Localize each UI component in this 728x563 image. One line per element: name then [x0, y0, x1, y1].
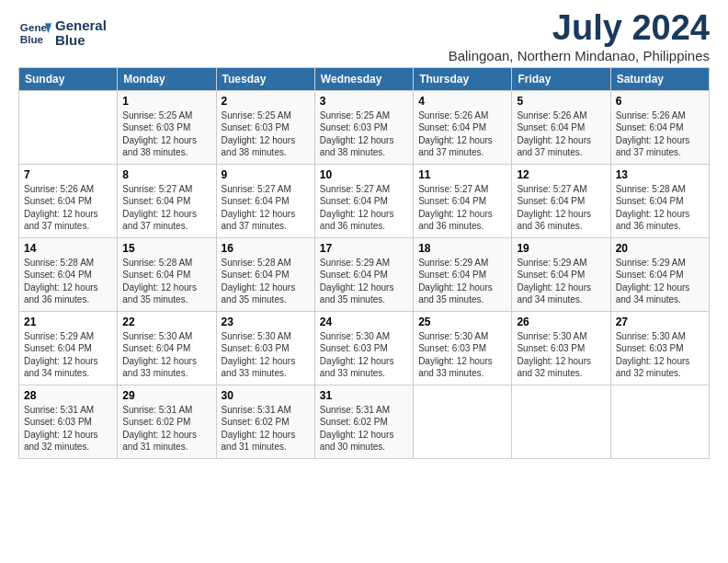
day-header-tuesday: Tuesday — [216, 67, 314, 90]
day-number: 31 — [320, 389, 408, 402]
day-info: Sunrise: 5:28 AM Sunset: 6:04 PM Dayligh… — [24, 257, 112, 306]
day-cell — [19, 90, 118, 164]
day-info: Sunrise: 5:28 AM Sunset: 6:04 PM Dayligh… — [616, 183, 704, 233]
header: General Blue GeneralBlue July 2024 Balin… — [18, 9, 710, 63]
day-cell: 1Sunrise: 5:25 AM Sunset: 6:03 PM Daylig… — [118, 90, 216, 164]
day-info: Sunrise: 5:25 AM Sunset: 6:03 PM Dayligh… — [222, 109, 310, 159]
day-info: Sunrise: 5:29 AM Sunset: 6:04 PM Dayligh… — [616, 257, 704, 306]
day-number: 30 — [222, 389, 310, 402]
day-number: 24 — [320, 316, 408, 328]
day-number: 15 — [122, 242, 210, 255]
month-title: July 2024 — [449, 9, 710, 48]
day-info: Sunrise: 5:26 AM Sunset: 6:04 PM Dayligh… — [418, 109, 506, 159]
day-cell: 14Sunrise: 5:28 AM Sunset: 6:04 PM Dayli… — [19, 237, 118, 311]
day-cell: 23Sunrise: 5:30 AM Sunset: 6:03 PM Dayli… — [216, 311, 314, 385]
day-info: Sunrise: 5:30 AM Sunset: 6:03 PM Dayligh… — [320, 330, 408, 380]
day-info: Sunrise: 5:27 AM Sunset: 6:04 PM Dayligh… — [418, 183, 506, 233]
day-number: 21 — [24, 316, 112, 328]
day-info: Sunrise: 5:25 AM Sunset: 6:03 PM Dayligh… — [320, 109, 408, 159]
week-row-3: 14Sunrise: 5:28 AM Sunset: 6:04 PM Dayli… — [19, 237, 710, 311]
day-number: 19 — [517, 242, 605, 255]
svg-text:Blue: Blue — [20, 33, 44, 45]
day-info: Sunrise: 5:27 AM Sunset: 6:04 PM Dayligh… — [122, 183, 210, 233]
day-number: 10 — [320, 168, 408, 181]
day-info: Sunrise: 5:31 AM Sunset: 6:02 PM Dayligh… — [320, 404, 408, 454]
week-row-2: 7Sunrise: 5:26 AM Sunset: 6:04 PM Daylig… — [19, 164, 710, 237]
day-number: 11 — [418, 168, 506, 181]
logo-icon: General Blue — [18, 17, 51, 50]
day-cell: 5Sunrise: 5:26 AM Sunset: 6:04 PM Daylig… — [512, 90, 610, 164]
day-number: 13 — [616, 168, 704, 181]
day-header-friday: Friday — [512, 67, 610, 90]
day-cell: 7Sunrise: 5:26 AM Sunset: 6:04 PM Daylig… — [19, 164, 118, 237]
day-cell: 17Sunrise: 5:29 AM Sunset: 6:04 PM Dayli… — [314, 237, 413, 311]
week-row-4: 21Sunrise: 5:29 AM Sunset: 6:04 PM Dayli… — [19, 311, 710, 385]
day-number: 22 — [122, 316, 210, 328]
day-cell — [610, 385, 709, 458]
day-cell: 3Sunrise: 5:25 AM Sunset: 6:03 PM Daylig… — [314, 90, 413, 164]
location-subtitle: Balingoan, Northern Mindanao, Philippine… — [449, 48, 710, 63]
day-number: 25 — [418, 316, 506, 328]
day-info: Sunrise: 5:30 AM Sunset: 6:03 PM Dayligh… — [222, 330, 310, 380]
day-cell: 13Sunrise: 5:28 AM Sunset: 6:04 PM Dayli… — [610, 164, 709, 237]
day-cell: 15Sunrise: 5:28 AM Sunset: 6:04 PM Dayli… — [118, 237, 216, 311]
day-number: 23 — [222, 316, 310, 328]
day-info: Sunrise: 5:31 AM Sunset: 6:02 PM Dayligh… — [122, 404, 210, 454]
day-info: Sunrise: 5:30 AM Sunset: 6:03 PM Dayligh… — [517, 330, 605, 380]
day-number: 7 — [24, 168, 112, 181]
day-number: 18 — [418, 242, 506, 255]
day-number: 16 — [222, 242, 310, 255]
day-header-sunday: Sunday — [19, 67, 118, 90]
day-info: Sunrise: 5:30 AM Sunset: 6:03 PM Dayligh… — [418, 330, 506, 380]
day-info: Sunrise: 5:31 AM Sunset: 6:02 PM Dayligh… — [222, 404, 310, 454]
day-info: Sunrise: 5:25 AM Sunset: 6:03 PM Dayligh… — [122, 109, 210, 159]
day-cell: 9Sunrise: 5:27 AM Sunset: 6:04 PM Daylig… — [216, 164, 314, 237]
day-cell: 18Sunrise: 5:29 AM Sunset: 6:04 PM Dayli… — [414, 237, 512, 311]
day-info: Sunrise: 5:30 AM Sunset: 6:04 PM Dayligh… — [122, 330, 210, 380]
day-number: 5 — [517, 95, 605, 108]
day-header-wednesday: Wednesday — [314, 67, 413, 90]
day-cell: 16Sunrise: 5:28 AM Sunset: 6:04 PM Dayli… — [216, 237, 314, 311]
day-info: Sunrise: 5:28 AM Sunset: 6:04 PM Dayligh… — [122, 257, 210, 306]
day-number: 3 — [320, 95, 408, 108]
day-cell: 11Sunrise: 5:27 AM Sunset: 6:04 PM Dayli… — [414, 164, 512, 237]
day-cell: 31Sunrise: 5:31 AM Sunset: 6:02 PM Dayli… — [314, 385, 413, 458]
logo-text: GeneralBlue — [55, 18, 107, 49]
day-cell: 25Sunrise: 5:30 AM Sunset: 6:03 PM Dayli… — [414, 311, 512, 385]
day-number: 1 — [122, 95, 210, 108]
day-info: Sunrise: 5:26 AM Sunset: 6:04 PM Dayligh… — [616, 109, 704, 159]
day-cell: 24Sunrise: 5:30 AM Sunset: 6:03 PM Dayli… — [314, 311, 413, 385]
day-cell: 22Sunrise: 5:30 AM Sunset: 6:04 PM Dayli… — [118, 311, 216, 385]
day-number: 27 — [616, 316, 704, 328]
day-number: 29 — [122, 389, 210, 402]
day-info: Sunrise: 5:27 AM Sunset: 6:04 PM Dayligh… — [517, 183, 605, 233]
logo: General Blue GeneralBlue — [18, 17, 107, 50]
day-header-saturday: Saturday — [610, 67, 709, 90]
header-row: SundayMondayTuesdayWednesdayThursdayFrid… — [19, 67, 710, 90]
day-info: Sunrise: 5:29 AM Sunset: 6:04 PM Dayligh… — [24, 330, 112, 380]
day-cell: 29Sunrise: 5:31 AM Sunset: 6:02 PM Dayli… — [118, 385, 216, 458]
week-row-5: 28Sunrise: 5:31 AM Sunset: 6:03 PM Dayli… — [19, 385, 710, 458]
day-info: Sunrise: 5:27 AM Sunset: 6:04 PM Dayligh… — [222, 183, 310, 233]
day-number: 12 — [517, 168, 605, 181]
day-header-monday: Monday — [118, 67, 216, 90]
day-info: Sunrise: 5:29 AM Sunset: 6:04 PM Dayligh… — [418, 257, 506, 306]
day-header-thursday: Thursday — [414, 67, 512, 90]
day-info: Sunrise: 5:27 AM Sunset: 6:04 PM Dayligh… — [320, 183, 408, 233]
day-number: 17 — [320, 242, 408, 255]
day-number: 6 — [616, 95, 704, 108]
day-cell: 19Sunrise: 5:29 AM Sunset: 6:04 PM Dayli… — [512, 237, 610, 311]
day-number: 14 — [24, 242, 112, 255]
day-cell: 10Sunrise: 5:27 AM Sunset: 6:04 PM Dayli… — [314, 164, 413, 237]
day-cell: 2Sunrise: 5:25 AM Sunset: 6:03 PM Daylig… — [216, 90, 314, 164]
day-cell: 20Sunrise: 5:29 AM Sunset: 6:04 PM Dayli… — [610, 237, 709, 311]
day-info: Sunrise: 5:26 AM Sunset: 6:04 PM Dayligh… — [517, 109, 605, 159]
day-info: Sunrise: 5:31 AM Sunset: 6:03 PM Dayligh… — [24, 404, 112, 454]
day-info: Sunrise: 5:29 AM Sunset: 6:04 PM Dayligh… — [320, 257, 408, 306]
day-number: 28 — [24, 389, 112, 402]
day-cell: 6Sunrise: 5:26 AM Sunset: 6:04 PM Daylig… — [610, 90, 709, 164]
day-cell: 30Sunrise: 5:31 AM Sunset: 6:02 PM Dayli… — [216, 385, 314, 458]
day-cell — [414, 385, 512, 458]
day-cell: 26Sunrise: 5:30 AM Sunset: 6:03 PM Dayli… — [512, 311, 610, 385]
day-number: 20 — [616, 242, 704, 255]
